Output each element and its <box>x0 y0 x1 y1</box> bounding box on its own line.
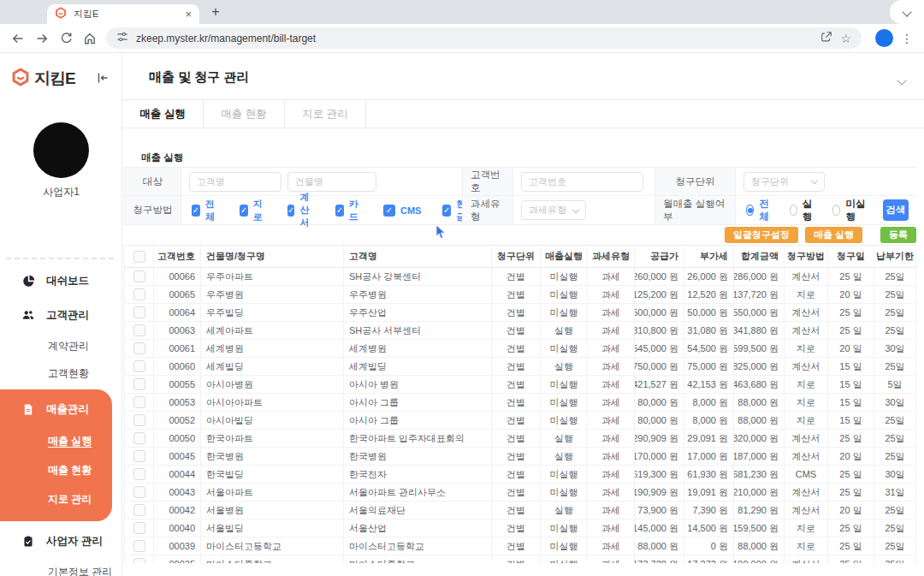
home-button[interactable] <box>79 27 101 50</box>
cell-bill-day: 15 일 <box>828 376 874 393</box>
bookmark-star-icon[interactable]: ☆ <box>840 32 851 45</box>
sidebar-item-2-sub-0[interactable]: 매출 실행 <box>0 426 112 455</box>
table-row: 00052아시아빌딩아시아 그룹건별미실행과세80,000 원8,000 원88… <box>124 412 916 430</box>
building-name-input[interactable] <box>287 172 376 192</box>
row-checkbox[interactable] <box>133 270 145 282</box>
cell-customer-no: 00039 <box>154 537 201 555</box>
cell-building-name: 세계빌딩 <box>201 358 344 375</box>
column-header-total-amount: 합계금액 <box>734 246 785 267</box>
cell-bill-day: 25 일 <box>828 430 874 447</box>
bill-unit-select[interactable]: 청구단위 <box>743 172 825 192</box>
cell-sales-exec: 실행 <box>541 448 588 465</box>
bill-method-checkbox-3[interactable]: ✓카드 <box>335 191 362 229</box>
bill-method-checkbox-0[interactable]: ✓전체 <box>192 191 218 229</box>
tab-close-icon[interactable]: × <box>185 9 192 20</box>
monthly-exec-radio-0[interactable]: 전체 <box>746 198 773 223</box>
row-checkbox[interactable] <box>133 504 145 516</box>
page-tab-0[interactable]: 매출 실행 <box>122 100 204 128</box>
cell-customer-no: 00040 <box>154 520 201 537</box>
sidebar-collapse-icon[interactable] <box>96 72 110 87</box>
sidebar-item-1[interactable]: 고객관리 <box>0 298 122 332</box>
cell-customer-name: 서울산업 <box>344 520 492 537</box>
back-button[interactable] <box>7 27 29 50</box>
tax-type-select[interactable]: 과세유형 <box>521 200 586 220</box>
sidebar-item-1-sub-1[interactable]: 고객현황 <box>0 359 122 387</box>
cell-bill-unit: 건별 <box>492 430 541 447</box>
url-bar[interactable]: zkeep.myster.kr/management/bill-target ☆ <box>106 27 862 49</box>
row-checkbox[interactable] <box>133 414 145 426</box>
row-checkbox[interactable] <box>133 342 145 354</box>
cell-bill-day: 25 일 <box>828 555 874 563</box>
cell-customer-no: 00065 <box>154 286 201 303</box>
cell-tax-type: 과세 <box>588 340 635 357</box>
sidebar-item-1-sub-0[interactable]: 계약관리 <box>0 332 122 359</box>
checkbox-checked-icon: ✓ <box>383 205 395 217</box>
share-icon[interactable] <box>820 31 832 46</box>
sidebar-item-2[interactable]: 매출관리 <box>0 392 112 426</box>
cell-total-amount: 88,000 원 <box>734 394 785 411</box>
sidebar-item-2-sub-1[interactable]: 매출 현황 <box>0 455 112 484</box>
row-checkbox[interactable] <box>133 324 145 336</box>
cell-customer-name: 마이스터고등학교 <box>344 537 492 555</box>
row-select-cell <box>124 430 154 447</box>
user-avatar[interactable] <box>33 122 89 178</box>
forward-button[interactable] <box>31 27 53 50</box>
tab-search-menu[interactable] <box>890 0 924 24</box>
browser-tab[interactable]: 지킴E × <box>47 4 199 24</box>
cell-vat: 75,000 원 <box>684 358 734 375</box>
row-checkbox[interactable] <box>133 360 145 372</box>
row-checkbox[interactable] <box>133 558 145 563</box>
bill-method-checkbox-2[interactable]: ✓계산서 <box>287 191 314 229</box>
cell-supply-price: 88,000 원 <box>635 537 684 555</box>
sidebar-item-2-sub-2[interactable]: 지로 관리 <box>0 484 112 514</box>
row-checkbox[interactable] <box>133 540 145 552</box>
bill-method-checkbox-1[interactable]: ✓지로 <box>240 191 266 229</box>
cell-total-amount: 320,000 원 <box>734 430 785 447</box>
search-button[interactable]: 검색 <box>883 199 909 221</box>
browser-menu-icon[interactable]: ⋮ <box>900 32 914 45</box>
cell-supply-price: 80,000 원 <box>635 394 684 411</box>
row-select-cell <box>124 484 154 501</box>
customer-no-input[interactable] <box>521 172 643 192</box>
bulk-bill-settings-button[interactable]: 일괄청구설정 <box>725 227 798 243</box>
url-text[interactable]: zkeep.myster.kr/management/bill-target <box>136 33 813 45</box>
bill-method-checkbox-4[interactable]: ✓CMS <box>383 191 421 229</box>
row-checkbox[interactable] <box>133 522 145 534</box>
customer-name-input[interactable] <box>189 172 281 192</box>
new-tab-button[interactable]: + <box>205 2 226 22</box>
cell-building-name: 아시아빌딩 <box>201 412 344 429</box>
row-checkbox[interactable] <box>133 486 145 498</box>
row-checkbox[interactable] <box>133 288 145 300</box>
row-checkbox[interactable] <box>133 468 145 480</box>
cell-bill-day: 25 일 <box>828 268 874 285</box>
sidebar-item-3[interactable]: 사업자 관리 <box>0 524 122 558</box>
sidebar-item-0[interactable]: 대쉬보드 <box>0 264 122 298</box>
table-row: 00060세계빌딩세계빌딩건별실행과세750,000 원75,000 원825,… <box>124 358 916 376</box>
monthly-exec-radio-1[interactable]: 실행 <box>790 198 816 223</box>
radio-dot-icon <box>746 205 754 216</box>
sidebar-item-3-sub-0[interactable]: 기본정보 관리 <box>0 558 122 576</box>
app-logo[interactable]: 지킴E <box>11 68 75 90</box>
cell-total-amount: 341,880 원 <box>734 322 785 339</box>
row-checkbox[interactable] <box>133 306 145 318</box>
row-checkbox[interactable] <box>133 450 145 462</box>
browser-profile-avatar[interactable] <box>875 29 893 47</box>
register-button[interactable]: 등록 <box>880 227 916 243</box>
row-checkbox[interactable] <box>133 378 145 390</box>
header-collapse-icon[interactable] <box>898 72 905 87</box>
page-tab-1[interactable]: 매출 현황 <box>204 100 285 128</box>
checkbox-checked-icon: ✓ <box>287 205 294 217</box>
page-tabs: 매출 실행매출 현황지로 관리 <box>122 100 924 128</box>
cell-customer-name: 세계병원 <box>344 340 492 357</box>
select-all-checkbox[interactable] <box>133 251 145 263</box>
reload-button[interactable] <box>55 27 77 50</box>
cell-bill-method: 지로 <box>785 286 828 303</box>
page-tab-2[interactable]: 지로 관리 <box>285 100 366 128</box>
run-sales-button[interactable]: 매출 실행 <box>805 227 862 243</box>
row-checkbox[interactable] <box>133 396 145 408</box>
site-settings-icon[interactable] <box>116 31 128 46</box>
monthly-exec-radio-2[interactable]: 미실행 <box>832 198 866 223</box>
cell-total-amount: 550,000 원 <box>734 304 785 321</box>
row-checkbox[interactable] <box>133 432 145 444</box>
column-header-customer-name: 고객명 <box>344 246 492 267</box>
